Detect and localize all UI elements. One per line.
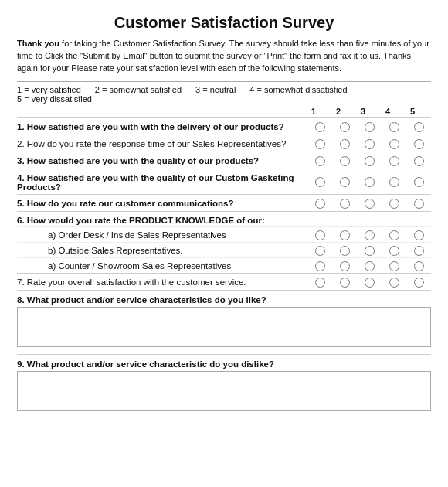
question-6c-ratings: [307, 261, 431, 271]
question-row-1: 1. How satisfied are you with with the d…: [17, 117, 431, 135]
q2-radio-3[interactable]: [365, 139, 375, 149]
q5-radio-5[interactable]: [414, 199, 424, 209]
q6c-radio-4[interactable]: [389, 261, 399, 271]
q4-radio-3[interactable]: [365, 177, 375, 187]
question-row-6c: a) Counter / Showroom Sales Representati…: [17, 257, 431, 273]
col-header-4: 4: [375, 107, 400, 116]
intro-text: Thank you for taking the Customer Satisf…: [17, 38, 431, 75]
question-1-ratings: [307, 122, 431, 132]
question-2-ratings: [307, 139, 431, 149]
question-row-6b: b) Outside Sales Representatives.: [17, 242, 431, 257]
q3-radio-3[interactable]: [365, 156, 375, 166]
question-7-ratings: [307, 278, 431, 288]
question-row-6a: a) Order Desk / Inside Sales Representat…: [17, 226, 431, 242]
q7-radio-3[interactable]: [365, 278, 375, 288]
q1-radio-3[interactable]: [365, 122, 375, 132]
q7-radio-2[interactable]: [340, 278, 350, 288]
question-6c-text: a) Counter / Showroom Sales Representati…: [17, 261, 307, 271]
q5-radio-2[interactable]: [340, 199, 350, 209]
question-8-textarea[interactable]: [17, 307, 431, 347]
q6b-radio-4[interactable]: [389, 246, 399, 256]
q4-radio-4[interactable]: [389, 177, 399, 187]
q5-radio-1[interactable]: [315, 199, 325, 209]
question-4-ratings: [307, 177, 431, 187]
q6b-radio-2[interactable]: [340, 246, 350, 256]
q2-radio-2[interactable]: [340, 139, 350, 149]
q6b-radio-3[interactable]: [365, 246, 375, 256]
question-4-text: 4. How satisfied are you with the qualit…: [17, 173, 307, 192]
col-header-3: 3: [351, 107, 375, 116]
question-7-text: 7. Rate your overall satisfaction with t…: [17, 278, 307, 287]
q3-radio-4[interactable]: [389, 156, 399, 166]
question-row-5: 5. How do you rate our customer communic…: [17, 194, 431, 211]
question-1-text: 1. How satisfied are you with with the d…: [17, 122, 307, 131]
q1-radio-5[interactable]: [414, 122, 424, 132]
question-5-ratings: [307, 199, 431, 209]
question-5-text: 5. How do you rate our customer communic…: [17, 199, 307, 208]
col-header-2: 2: [326, 107, 351, 116]
scale-3: 3 = neutral: [195, 85, 236, 94]
q2-radio-5[interactable]: [414, 139, 424, 149]
question-6b-ratings: [307, 246, 431, 256]
scale-5: 5 = very dissatisfied: [17, 94, 92, 104]
scale-4: 4 = somewhat dissatisfied: [249, 85, 347, 94]
scale-1: 1 = very satisfied: [17, 85, 81, 94]
q3-radio-5[interactable]: [414, 156, 424, 166]
q1-radio-2[interactable]: [340, 122, 350, 132]
question-2-text: 2. How do you rate the response time of …: [17, 139, 307, 148]
question-row-2: 2. How do you rate the response time of …: [17, 135, 431, 152]
intro-bold: Thank you: [17, 39, 59, 48]
q6a-radio-4[interactable]: [389, 230, 399, 240]
question-3-text: 3. How satisfied are you with the qualit…: [17, 156, 307, 165]
question-9-textarea[interactable]: [17, 371, 431, 411]
page-title: Customer Satisfaction Survey: [17, 14, 431, 32]
q6b-radio-1[interactable]: [315, 246, 325, 256]
q4-radio-2[interactable]: [340, 177, 350, 187]
q6c-radio-5[interactable]: [414, 261, 424, 271]
q5-radio-3[interactable]: [365, 199, 375, 209]
q7-radio-4[interactable]: [389, 278, 399, 288]
question-3-ratings: [307, 156, 431, 166]
q1-radio-4[interactable]: [389, 122, 399, 132]
scale-legend: 1 = very satisfied 2 = somewhat satisfie…: [17, 81, 431, 104]
scale-2: 2 = somewhat satisfied: [95, 85, 182, 94]
question-6a-ratings: [307, 230, 431, 240]
q6a-radio-5[interactable]: [414, 230, 424, 240]
intro-rest: for taking the Customer Satisfaction Sur…: [17, 39, 429, 73]
q4-radio-1[interactable]: [315, 177, 325, 187]
q3-radio-1[interactable]: [315, 156, 325, 166]
question-row-7: 7. Rate your overall satisfaction with t…: [17, 273, 431, 290]
section-6-header: 6. How would you rate the PRODUCT KNOWLE…: [17, 211, 431, 226]
q6c-radio-2[interactable]: [340, 261, 350, 271]
question-6a-text: a) Order Desk / Inside Sales Representat…: [17, 230, 307, 240]
q6a-radio-3[interactable]: [365, 230, 375, 240]
q7-radio-5[interactable]: [414, 278, 424, 288]
question-row-3: 3. How satisfied are you with the qualit…: [17, 152, 431, 169]
col-header-5: 5: [400, 107, 425, 116]
q3-radio-2[interactable]: [340, 156, 350, 166]
q2-radio-4[interactable]: [389, 139, 399, 149]
q1-radio-1[interactable]: [315, 122, 325, 132]
q6a-radio-2[interactable]: [340, 230, 350, 240]
q5-radio-4[interactable]: [389, 199, 399, 209]
q2-radio-1[interactable]: [315, 139, 325, 149]
q6c-radio-3[interactable]: [365, 261, 375, 271]
question-6b-text: b) Outside Sales Representatives.: [17, 246, 307, 255]
q6c-radio-1[interactable]: [315, 261, 325, 271]
q4-radio-5[interactable]: [414, 177, 424, 187]
question-9-label: 9. What product and/or service character…: [17, 354, 431, 371]
question-row-4: 4. How satisfied are you with the qualit…: [17, 169, 431, 194]
col-header-1: 1: [301, 107, 326, 116]
q7-radio-1[interactable]: [315, 278, 325, 288]
question-8-label: 8. What product and/or service character…: [17, 290, 431, 307]
column-headers: 1 2 3 4 5: [17, 107, 431, 116]
q6a-radio-1[interactable]: [315, 230, 325, 240]
q6b-radio-5[interactable]: [414, 246, 424, 256]
